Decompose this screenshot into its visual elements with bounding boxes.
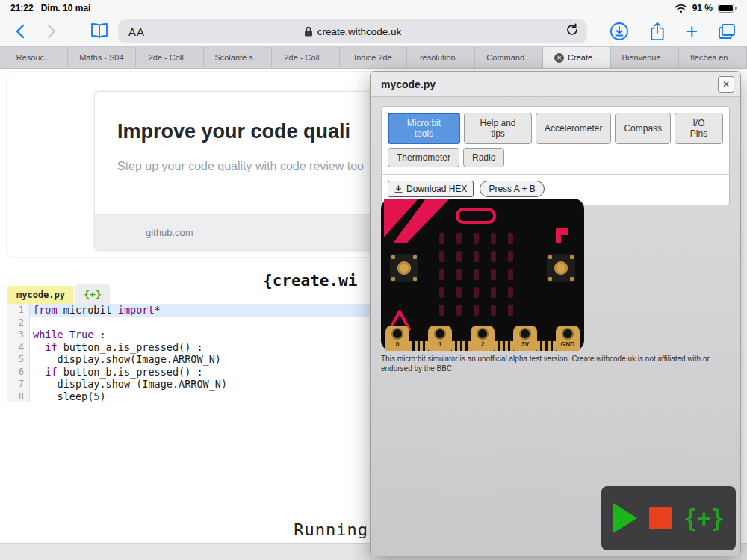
tool-tab[interactable]: Radio (463, 148, 504, 167)
new-tab-button[interactable]: + (686, 22, 698, 42)
code-token: button_b.is_pressed() : (58, 366, 203, 378)
browser-tab[interactable]: résolution... (407, 47, 475, 68)
pin-gnd[interactable]: GND (556, 326, 580, 351)
pin-1[interactable]: 1 (428, 326, 452, 351)
modal-title: mycode.py (381, 78, 436, 90)
pin-0[interactable]: 0 (385, 326, 409, 351)
run-button[interactable] (613, 503, 637, 533)
connector-stripes (495, 341, 513, 351)
chevron-right-icon (42, 22, 60, 40)
led (491, 233, 496, 244)
editor-tools-tab[interactable]: {+} (75, 284, 110, 304)
tab-close-icon[interactable]: ✕ (554, 53, 564, 63)
downloads-button[interactable] (610, 22, 629, 41)
connector-stripe (415, 341, 418, 351)
led (456, 305, 462, 316)
code-token (33, 341, 45, 353)
browser-tab[interactable]: Indice 2de (340, 47, 408, 68)
connector-stripes (452, 341, 471, 351)
bookmarks-button[interactable] (90, 22, 109, 39)
button-b-cap[interactable] (554, 261, 568, 275)
tool-tab-rows: Micro:bit toolsHelp and tipsAcceleromete… (388, 113, 723, 167)
code-token: : (93, 329, 105, 340)
browser-tab[interactable]: 2de - Coll... (272, 47, 340, 68)
tool-tab[interactable]: Help and tips (464, 113, 532, 144)
tools-icon: {+} (84, 289, 101, 300)
tool-tab-row: ThermometerRadio (388, 148, 723, 167)
browser-tab[interactable]: Scolarité s... (204, 47, 272, 68)
browser-tab[interactable]: Command... (475, 47, 543, 68)
connector-stripe (537, 341, 540, 351)
wifi-icon (675, 4, 687, 13)
download-circle-icon (610, 22, 629, 41)
tool-tab[interactable]: Compass (615, 113, 671, 144)
forward-button[interactable] (42, 22, 60, 40)
browser-tab-label: Indice 2de (354, 53, 392, 62)
button-screw (548, 277, 552, 281)
pin-label: 0 (385, 340, 409, 348)
browser-tab-label: 2de - Coll... (149, 53, 190, 62)
browser-tab[interactable]: Maths - S04 (68, 47, 136, 68)
connector-stripe (452, 341, 455, 351)
button-screw (391, 277, 395, 281)
browser-tab-label: Scolarité s... (214, 53, 260, 62)
download-hex-button[interactable]: Download HEX (388, 181, 474, 197)
code-token: if (45, 366, 57, 378)
connector-stripe (409, 341, 412, 351)
led (439, 269, 444, 280)
tool-tab[interactable]: Accelerometer (536, 113, 611, 144)
text-size-button[interactable]: AA (128, 25, 145, 38)
back-button[interactable] (12, 22, 30, 40)
microbit-simulator-modal: mycode.py ✕ Micro:bit toolsHelp and tips… (370, 71, 741, 556)
led (474, 305, 479, 316)
connector-stripe (495, 341, 498, 351)
share-button[interactable] (648, 22, 666, 42)
stop-button[interactable] (649, 507, 672, 529)
pin-3v[interactable]: 3V (513, 326, 537, 351)
pin-hole (519, 328, 531, 340)
modal-close-button[interactable]: ✕ (718, 76, 734, 93)
microbit-board: 0123VGND (381, 199, 584, 351)
editor-file-tab[interactable]: mycode.py (7, 286, 74, 304)
tools-button[interactable]: {+} (684, 506, 725, 530)
browser-tab[interactable]: Résouc... (0, 47, 68, 68)
connector-stripe (462, 341, 465, 351)
line-number: 5 (7, 353, 30, 366)
pin-hole (562, 328, 574, 340)
tabs-overview-button[interactable] (717, 22, 737, 40)
modal-header[interactable]: mycode.py (371, 72, 740, 97)
browser-tab-label: Bienvenue... (622, 53, 668, 62)
address-bar[interactable]: AA create.withcode.uk (118, 19, 587, 43)
connector-stripe (500, 341, 503, 351)
reload-button[interactable] (565, 22, 580, 40)
line-number: 7 (7, 378, 30, 391)
date: Dim. 10 mai (41, 3, 91, 13)
button-screw (391, 255, 395, 259)
code-token: button_a.is_pressed() : (58, 341, 203, 353)
led (439, 305, 444, 316)
led (456, 233, 462, 244)
code-token: ) (99, 391, 105, 402)
tool-tab[interactable]: Thermometer (388, 148, 459, 167)
browser-tab[interactable]: fleches en... (679, 47, 747, 68)
press-a-b-button[interactable]: Press A + B (480, 181, 544, 197)
button-b[interactable] (547, 254, 575, 282)
code-token: from (33, 304, 58, 316)
browser-tab[interactable]: 2de - Coll... (136, 47, 204, 68)
led (508, 305, 513, 316)
line-number: 4 (7, 341, 30, 354)
browser-tab[interactable]: ✕Create... (543, 47, 611, 68)
tool-tab[interactable]: Micro:bit tools (388, 113, 460, 144)
button-a-cap[interactable] (397, 261, 411, 275)
pin-hole (477, 328, 489, 340)
browser-tab[interactable]: Bienvenue... (611, 47, 679, 68)
tool-actions: Download HEX Press A + B (382, 174, 729, 199)
status-bar: 21:22 Dim. 10 mai 91 % (0, 0, 747, 16)
connector-stripes (409, 341, 428, 351)
pin-2[interactable]: 2 (471, 326, 495, 351)
tool-tab[interactable]: I/O Pins (675, 113, 723, 144)
browser-tab-bar: Résouc...Maths - S042de - Coll...Scolari… (0, 46, 747, 69)
browser-toolbar: AA create.withcode.uk + (0, 16, 747, 46)
button-a[interactable] (390, 254, 418, 282)
button-screw (570, 277, 574, 281)
